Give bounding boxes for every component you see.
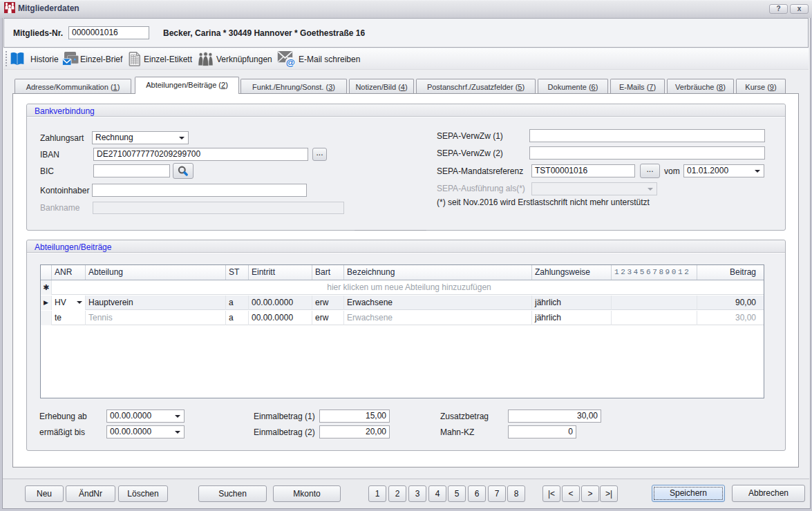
svg-text:@: @ xyxy=(286,57,295,68)
